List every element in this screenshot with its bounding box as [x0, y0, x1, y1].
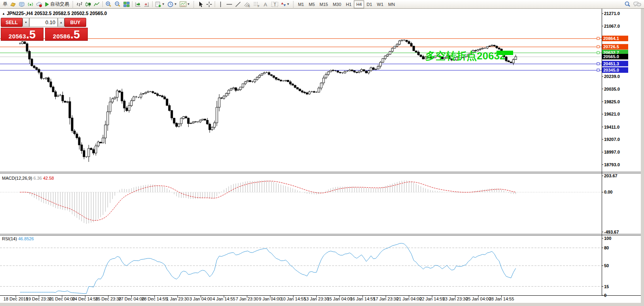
chevron-down-icon: ▼: [162, 2, 165, 6]
chart-canvas[interactable]: MACD(12,26,9) 6.36 42.58RSI(14) 46.85262…: [0, 9, 644, 306]
level-handle[interactable]: [597, 63, 599, 65]
level-handle[interactable]: [597, 69, 599, 71]
macd-axis-label: 203.67: [604, 173, 618, 178]
search-icon[interactable]: [623, 0, 632, 8]
price-axis-label: 21067.0: [604, 24, 620, 29]
cursor-tool-icon[interactable]: [196, 0, 205, 8]
buy-price-frac: .5: [70, 29, 80, 40]
new-order-button[interactable]: 单: [2, 0, 9, 8]
signal-icon[interactable]: [26, 0, 35, 8]
autotrade-play-icon: [45, 2, 49, 7]
auto-scroll-icon[interactable]: [134, 0, 142, 8]
chevron-down-icon: ▼: [187, 2, 190, 6]
rsi-axis-label: 50: [604, 263, 609, 268]
market-cloud-icon[interactable]: [35, 0, 44, 8]
svg-text:A: A: [264, 2, 267, 8]
vertical-line-tool-icon[interactable]: [216, 0, 225, 8]
trendline-tool-icon[interactable]: [234, 0, 242, 8]
svg-text:E: E: [248, 5, 250, 8]
annotations[interactable]: 多空转折点20632: [425, 50, 513, 62]
level-handle[interactable]: [597, 37, 599, 40]
tile-windows-icon[interactable]: [122, 0, 131, 8]
time-axis-label: 24 Dec 14:55: [72, 296, 98, 301]
horizontal-line-tool-icon[interactable]: [225, 0, 234, 8]
arrows-tool-button[interactable]: ▼: [280, 0, 291, 8]
timeframe-button-m5[interactable]: M5: [306, 0, 317, 8]
bar-chart-icon[interactable]: [75, 0, 84, 8]
time-axis-label: 19 Dec 23:30: [26, 296, 52, 301]
timeframe-button-m15[interactable]: M15: [317, 0, 330, 8]
time-axis-label: 21 Jan 04:00: [397, 296, 422, 301]
toolbar-grip: [193, 1, 195, 8]
toolbar-separator: [102, 1, 103, 7]
level-handle[interactable]: [597, 51, 599, 54]
timeframe-button-w1[interactable]: W1: [374, 0, 386, 8]
fibonacci-tool-icon[interactable]: F: [252, 0, 261, 8]
level-handle[interactable]: [597, 46, 599, 48]
one-click-trading-panel: SELL ▼ ▲ BUY 20563 .5 20586 .5: [1, 18, 89, 41]
new-chart-button[interactable]: ▼: [154, 0, 166, 8]
timeframe-button-m30[interactable]: M30: [330, 0, 344, 8]
timeframe-button-m1[interactable]: M1: [296, 0, 306, 8]
price-axis-label: 18793.0: [604, 162, 620, 167]
chevron-up-icon: ▲: [60, 21, 62, 24]
autotrade-button[interactable]: 自动交易: [44, 0, 70, 8]
price-badge-label: 20726.5: [603, 44, 619, 49]
sell-price-int: 20563: [9, 33, 26, 40]
time-axis-label: 25 Jan 04:00: [466, 296, 491, 301]
time-axis-label: 21 Dec 04:00: [49, 296, 75, 301]
price-axis-label: 19621.0: [604, 112, 620, 116]
template-button[interactable]: ▼: [178, 0, 191, 8]
terminal-cloud-icon[interactable]: [17, 0, 26, 8]
price-axis-label: 20035.0: [604, 87, 620, 91]
chat-icon[interactable]: [632, 0, 642, 8]
sell-button[interactable]: SELL: [1, 18, 23, 27]
time-axis-label: 10 Jan 14:55: [281, 296, 306, 301]
zoom-out-icon[interactable]: [113, 0, 122, 8]
chart-window: MACD(12,26,9) 6.36 42.58RSI(14) 46.85262…: [0, 9, 644, 306]
timeframe-button-h1[interactable]: H1: [344, 0, 354, 8]
chevron-down-icon: ▼: [287, 2, 290, 6]
volume-input[interactable]: [29, 18, 58, 27]
toolbar-separator: [152, 1, 153, 7]
time-axis-label: 27 Dec 04:00: [119, 296, 144, 301]
volume-increase-button[interactable]: ▲: [58, 18, 64, 27]
chart-shift-icon[interactable]: [142, 0, 151, 8]
timeframe-button-d1[interactable]: D1: [364, 0, 374, 8]
text-label-tool-icon[interactable]: T: [270, 0, 280, 8]
toolbar-separator: [215, 1, 215, 7]
macd-indicator-label: MACD(12,26,9) 6.36 42.58: [2, 176, 54, 181]
periods-button[interactable]: ▼: [166, 0, 178, 8]
time-axis-label: 23 Jan 23:30: [443, 296, 468, 301]
price-badge-label: 20565.0: [603, 54, 619, 59]
rsi-axis-label: 80: [604, 245, 609, 250]
text-tool-icon[interactable]: A: [261, 0, 270, 8]
time-axis-label: 28 Jan 14:55: [489, 296, 514, 301]
toolbar-grip: [72, 1, 74, 8]
zoom-in-icon[interactable]: [104, 0, 113, 8]
timeframe-button-h4[interactable]: H4: [354, 0, 364, 8]
buy-button[interactable]: BUY: [64, 18, 86, 27]
sell-price-box[interactable]: 20563 .5: [1, 28, 43, 41]
line-chart-icon[interactable]: [93, 0, 101, 8]
time-axis-label: 28 Dec 14:55: [142, 296, 167, 301]
gold-report-icon[interactable]: [9, 0, 17, 8]
buy-price-box[interactable]: 20586 .5: [45, 28, 88, 41]
axes: 21271.021067.020239.020035.019825.019621…: [0, 9, 644, 306]
time-axis-label: 15 Jan 04:00: [327, 296, 352, 301]
macd-axis-label: 0.00: [604, 190, 612, 194]
time-axis-label: 18 Dec 2018: [4, 296, 28, 301]
rsi-indicator-label: RSI(14) 46.8526: [2, 236, 34, 241]
volume-decrease-button[interactable]: ▼: [23, 18, 29, 27]
chart-symbol-period: JPN225-,H4: [7, 11, 33, 16]
main-toolbar: 单 自动交易 ▼: [0, 0, 644, 9]
timeframe-button-mn[interactable]: MN: [386, 0, 397, 8]
new-order-label: 单: [3, 1, 8, 8]
toolbar-grip: [292, 1, 295, 8]
time-axis-label: 4 Jan 14:55: [213, 296, 236, 301]
crosshair-tool-icon[interactable]: [205, 0, 213, 8]
candle-chart-icon[interactable]: [84, 0, 93, 8]
chart-text-annotation[interactable]: 多空转折点20632: [425, 50, 505, 62]
equidistant-channel-tool-icon[interactable]: E: [242, 0, 252, 8]
collapse-quotes-icon[interactable]: ▲: [2, 12, 5, 15]
